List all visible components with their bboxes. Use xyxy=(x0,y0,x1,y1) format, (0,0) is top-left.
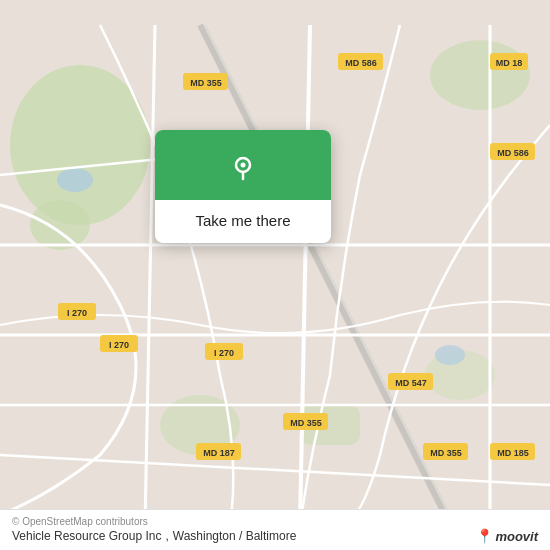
svg-point-1 xyxy=(10,65,150,225)
svg-text:MD 547: MD 547 xyxy=(395,378,427,388)
svg-text:MD 185: MD 185 xyxy=(497,448,529,458)
svg-text:MD 355: MD 355 xyxy=(430,448,462,458)
attribution-text: © OpenStreetMap contributors xyxy=(12,516,538,527)
svg-point-7 xyxy=(57,168,93,192)
svg-point-45 xyxy=(241,163,246,168)
popup-bottom: Take me there xyxy=(155,200,331,243)
location-separator: , xyxy=(165,529,168,543)
location-name-text: Vehicle Resource Group Inc xyxy=(12,529,161,543)
svg-text:MD 355: MD 355 xyxy=(290,418,322,428)
map-background: I 270 I 270 I 270 MD 355 MD 586 MD 18 MD… xyxy=(0,0,550,550)
svg-point-3 xyxy=(430,40,530,110)
svg-text:I 270: I 270 xyxy=(109,340,129,350)
moovit-brand-text: moovit xyxy=(495,529,538,544)
map-container: I 270 I 270 I 270 MD 355 MD 586 MD 18 MD… xyxy=(0,0,550,550)
svg-text:I 270: I 270 xyxy=(67,308,87,318)
svg-text:I 270: I 270 xyxy=(214,348,234,358)
svg-text:MD 586: MD 586 xyxy=(345,58,377,68)
location-pin-icon xyxy=(224,148,262,186)
svg-point-8 xyxy=(435,345,465,365)
popup-header xyxy=(155,130,331,200)
location-region-text: Washington / Baltimore xyxy=(173,529,297,543)
take-me-there-button[interactable]: Take me there xyxy=(163,210,323,231)
moovit-logo: 📍 moovit xyxy=(476,528,538,544)
bottom-bar: © OpenStreetMap contributors Vehicle Res… xyxy=(0,509,550,550)
svg-text:MD 586: MD 586 xyxy=(497,148,529,158)
svg-text:MD 187: MD 187 xyxy=(203,448,235,458)
popup-card: Take me there xyxy=(155,130,331,243)
svg-text:MD 18: MD 18 xyxy=(496,58,523,68)
location-label: Vehicle Resource Group Inc , Washington … xyxy=(12,529,296,543)
svg-point-2 xyxy=(30,200,90,250)
moovit-pin-icon: 📍 xyxy=(476,528,493,544)
svg-text:MD 355: MD 355 xyxy=(190,78,222,88)
